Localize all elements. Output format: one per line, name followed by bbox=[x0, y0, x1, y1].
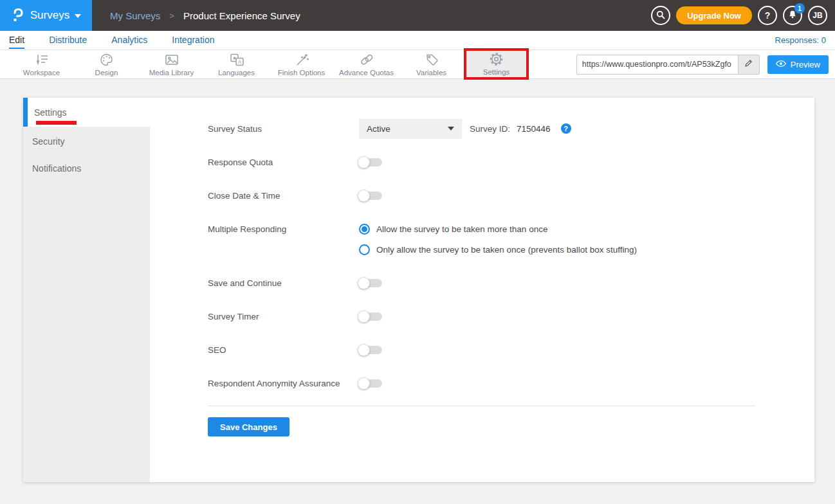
toolbar-item-finish-options[interactable]: Finish Options bbox=[269, 50, 334, 79]
edit-url-button[interactable] bbox=[738, 55, 759, 74]
toolbar-label: Finish Options bbox=[278, 69, 326, 76]
toolbar-item-media-library[interactable]: Media Library bbox=[139, 50, 204, 79]
toolbar-label: Media Library bbox=[149, 69, 194, 76]
multiple-responding-label: Multiple Responding bbox=[208, 219, 359, 260]
questionpro-logo-icon bbox=[11, 7, 25, 24]
design-icon bbox=[98, 52, 115, 68]
anonymity-row: Respondent Anonymity Assurance bbox=[208, 373, 814, 393]
chevron-down-icon bbox=[75, 14, 81, 18]
toolbar-label: Languages bbox=[218, 69, 255, 76]
survey-timer-label: Survey Timer bbox=[208, 312, 359, 321]
chevron-down-icon bbox=[448, 127, 454, 130]
toggle-knob bbox=[358, 310, 370, 323]
sidebar-item-security[interactable]: Security bbox=[23, 128, 150, 155]
radio-option-label: Allow the survey to be taken more than o… bbox=[376, 224, 547, 234]
avatar-initials: JB bbox=[812, 11, 822, 20]
toolbar-item-languages[interactable]: ★ A Languages bbox=[204, 50, 269, 79]
help-button[interactable]: ? bbox=[758, 6, 777, 25]
topbar-actions: Upgrade Now ? 1 JB bbox=[651, 6, 835, 25]
search-button[interactable] bbox=[651, 6, 670, 25]
languages-icon: ★ A bbox=[228, 52, 245, 68]
toggle-knob bbox=[358, 277, 370, 289]
variables-icon bbox=[423, 52, 440, 68]
survey-id-help-icon[interactable]: ? bbox=[561, 123, 571, 134]
survey-status-select[interactable]: Active bbox=[359, 119, 462, 139]
toolbar-label: Settings bbox=[483, 68, 510, 76]
responses-count[interactable]: Responses: 0 bbox=[775, 35, 827, 45]
settings-card: Settings Security Notifications Survey S… bbox=[23, 98, 814, 482]
search-icon bbox=[656, 10, 666, 22]
tab-distribute[interactable]: Distribute bbox=[49, 32, 87, 49]
toolbar-item-variables[interactable]: Variables bbox=[399, 50, 464, 79]
tab-edit[interactable]: Edit bbox=[9, 32, 24, 49]
save-changes-button[interactable]: Save Changes bbox=[208, 417, 289, 437]
tab-analytics[interactable]: Analytics bbox=[111, 32, 147, 49]
toolbar-label: Workspace bbox=[23, 69, 60, 76]
toggle-knob bbox=[358, 344, 370, 356]
response-quota-toggle[interactable] bbox=[359, 158, 382, 166]
radio-option-label: Only allow the survey to be taken once (… bbox=[376, 245, 637, 255]
content-area: Settings Security Notifications Survey S… bbox=[0, 79, 835, 504]
survey-url-field bbox=[576, 55, 760, 75]
radio-selected-icon bbox=[359, 224, 370, 235]
response-quota-label: Response Quota bbox=[208, 158, 359, 167]
survey-id-label: Survey ID: bbox=[470, 124, 510, 134]
eye-icon bbox=[776, 60, 786, 69]
workspace-icon bbox=[33, 52, 50, 68]
survey-timer-row: Survey Timer bbox=[208, 306, 814, 327]
survey-url-input[interactable] bbox=[577, 55, 738, 74]
breadcrumb: My Surveys > Product Experience Survey bbox=[110, 10, 300, 21]
pencil-icon bbox=[744, 59, 753, 70]
topbar: Surveys My Surveys > Product Experience … bbox=[0, 0, 835, 31]
sidebar-item-label: Settings bbox=[34, 107, 67, 118]
toggle-knob bbox=[358, 190, 370, 202]
sidebar-item-settings[interactable]: Settings bbox=[23, 98, 150, 127]
tab-integration[interactable]: Integration bbox=[172, 32, 214, 49]
upgrade-now-button[interactable]: Upgrade Now bbox=[676, 6, 752, 24]
seo-label: SEO bbox=[208, 345, 359, 355]
finish-options-icon bbox=[293, 52, 310, 68]
toolbar-label: Advance Quotas bbox=[339, 69, 394, 76]
advance-quotas-icon bbox=[358, 52, 375, 68]
section-nav: Edit Distribute Analytics Integration Re… bbox=[0, 31, 835, 50]
avatar[interactable]: JB bbox=[808, 6, 827, 25]
preview-button[interactable]: Preview bbox=[767, 55, 829, 74]
anonymity-toggle[interactable] bbox=[359, 379, 382, 388]
seo-toggle[interactable] bbox=[359, 346, 382, 354]
save-and-continue-toggle[interactable] bbox=[359, 279, 382, 287]
app-switcher[interactable]: Surveys bbox=[0, 0, 92, 31]
svg-text:A: A bbox=[237, 59, 241, 65]
edit-toolbar: Workspace Design Media Library ★ bbox=[0, 50, 835, 79]
form-divider bbox=[208, 406, 755, 406]
response-quota-row: Response Quota bbox=[208, 152, 814, 172]
notification-badge: 1 bbox=[794, 3, 805, 14]
toolbar-item-design[interactable]: Design bbox=[74, 50, 139, 79]
radio-option-allow-multiple[interactable]: Allow the survey to be taken more than o… bbox=[359, 219, 637, 239]
settings-form: Survey Status Active Survey ID: 7150446 … bbox=[150, 98, 814, 482]
product-name: Surveys bbox=[30, 9, 69, 22]
survey-status-row: Survey Status Active Survey ID: 7150446 … bbox=[208, 118, 814, 139]
close-date-label: Close Date & Time bbox=[208, 191, 359, 201]
sidebar-item-notifications[interactable]: Notifications bbox=[23, 155, 150, 182]
close-date-toggle[interactable] bbox=[359, 192, 382, 200]
close-date-row: Close Date & Time bbox=[208, 185, 814, 206]
notifications-button[interactable]: 1 bbox=[783, 6, 802, 25]
survey-title: Product Experience Survey bbox=[183, 10, 300, 21]
anonymity-label: Respondent Anonymity Assurance bbox=[208, 379, 359, 388]
help-icon: ? bbox=[765, 10, 771, 21]
save-and-continue-label: Save and Continue bbox=[208, 278, 359, 288]
radio-option-only-once[interactable]: Only allow the survey to be taken once (… bbox=[359, 239, 637, 260]
survey-timer-toggle[interactable] bbox=[359, 312, 382, 321]
toggle-knob bbox=[358, 156, 370, 168]
settings-icon bbox=[488, 51, 504, 67]
toolbar-label: Variables bbox=[416, 69, 446, 76]
toolbar-item-advance-quotas[interactable]: Advance Quotas bbox=[334, 50, 399, 79]
breadcrumb-my-surveys[interactable]: My Surveys bbox=[110, 10, 160, 21]
save-and-continue-row: Save and Continue bbox=[208, 273, 814, 293]
toggle-knob bbox=[358, 377, 370, 390]
breadcrumb-separator: > bbox=[169, 11, 174, 21]
preview-label: Preview bbox=[791, 60, 820, 69]
settings-sidebar: Settings Security Notifications bbox=[23, 98, 150, 482]
toolbar-item-settings[interactable]: Settings bbox=[464, 48, 529, 80]
toolbar-item-workspace[interactable]: Workspace bbox=[9, 50, 74, 79]
